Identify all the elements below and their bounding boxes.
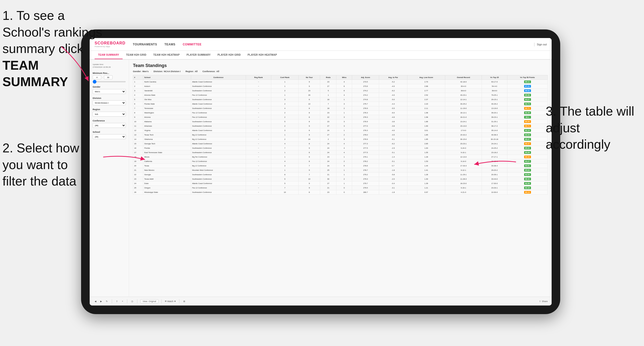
cell-school: Oregon	[143, 186, 191, 190]
cell-no-tour: 9	[298, 124, 320, 128]
cell-no-tour: 8	[298, 151, 320, 155]
cell-school: Virginia	[143, 128, 191, 133]
region-filter-label: Region:	[186, 70, 194, 73]
cell-rank: 5	[133, 97, 143, 102]
cell-rnds: 7	[320, 102, 336, 106]
cell-rank: 10	[133, 120, 143, 124]
cell-vs25: 23-33-1	[482, 186, 507, 190]
cell-conference: Southeastern Conference	[191, 146, 246, 151]
cell-overall: 18-23-0	[445, 181, 482, 186]
division-filter: Division NCAA Division I	[93, 97, 126, 105]
cell-points: 80.94	[508, 120, 548, 124]
table-row: 6 Florida State Atlantic Coast Conferenc…	[133, 102, 548, 106]
cell-rnds: 23	[320, 190, 336, 195]
cell-wins: 0	[336, 190, 352, 195]
cell-adj-score: 276.9	[352, 106, 379, 111]
share-button[interactable]: ⇧ Share	[539, 300, 548, 303]
sub-nav-player-summary[interactable]: PLAYER SUMMARY	[183, 51, 214, 59]
cell-adj-score: 279.3	[352, 177, 379, 181]
cell-adj-score: 277.5	[352, 146, 379, 151]
cell-school: California	[143, 159, 191, 164]
cell-no-tour: 8	[298, 115, 320, 120]
table-row: 10 Alabama Southeastern Conference ~ 5 8…	[133, 120, 548, 124]
view-original-button[interactable]: View: Original	[140, 299, 158, 303]
cell-no-tour: 9	[298, 155, 320, 159]
cell-reg-rank: ~	[246, 111, 271, 115]
add-btn[interactable]: +	[121, 300, 124, 303]
sub-nav-team-h2h-heatmap[interactable]: TEAM H2H HEATMAP	[150, 51, 183, 59]
cell-overall: 15-32-2	[445, 133, 482, 137]
cell-wins: 1	[336, 111, 352, 115]
cell-conf-rank: 10	[271, 190, 298, 195]
cell-conf-rank: 2	[271, 115, 298, 120]
sub-nav: TEAM SUMMARY TEAM H2H GRID TEAM H2H HEAT…	[90, 51, 552, 60]
sub-nav-team-h2h-grid[interactable]: TEAM H2H GRID	[122, 51, 150, 59]
cell-rank: 17	[133, 151, 143, 155]
cell-no-tour: 10	[298, 102, 320, 106]
cell-rnds: 23	[320, 120, 336, 124]
cell-points: 82.18	[508, 186, 548, 190]
cell-no-tour: 6	[298, 97, 320, 102]
back-btn[interactable]: ◀	[94, 300, 97, 303]
cell-reg-rank: ~	[246, 164, 271, 168]
cell-reg-rank: ~	[246, 102, 271, 106]
cell-conference: Pac-12 Conference	[191, 111, 246, 115]
cell-reg-rank: ~	[246, 159, 271, 164]
cell-avg-par: -5.0	[379, 97, 407, 102]
cell-avg-low: 2.52	[407, 93, 445, 97]
nav-tournaments[interactable]: TOURNAMENTS	[133, 42, 157, 47]
cell-adj-score: 276.9	[352, 137, 379, 142]
cell-no-tour: 9	[298, 80, 320, 84]
tablet-frame: SCOREBOARD Powered by clippi TOURNAMENTS…	[81, 29, 560, 314]
cell-vs25: 38-6-0	[482, 89, 507, 93]
region-select[interactable]: N/A	[93, 112, 126, 117]
cell-vs25: 40-38-3	[482, 133, 507, 137]
cell-rank: 9	[133, 115, 143, 120]
table-row: 8 Washington Pac-12 Conference ~ 2 8 23 …	[133, 111, 548, 115]
grid-icon[interactable]: ⊞	[182, 300, 186, 303]
cell-no-tour: 10	[298, 177, 320, 181]
cell-reg-rank: ~	[246, 155, 271, 159]
tablet-screen: SCOREBOARD Powered by clippi TOURNAMENTS…	[90, 38, 552, 306]
division-select[interactable]: NCAA Division I	[93, 100, 126, 105]
cell-reg-rank: ~	[246, 115, 271, 120]
conference-select[interactable]: (All)	[93, 123, 126, 128]
cell-rnds: 27	[320, 181, 336, 186]
cell-overall: 9-24-0	[445, 146, 482, 151]
forward-btn[interactable]: ▶	[99, 300, 103, 303]
cell-avg-par: -0.4	[379, 181, 407, 186]
cell-avg-par: -1.8	[379, 168, 407, 173]
cell-no-tour: 8	[298, 111, 320, 115]
cell-avg-par: -5.2	[379, 80, 407, 84]
nav-bar: SCOREBOARD Powered by clippi TOURNAMENTS…	[90, 38, 552, 51]
watch-button[interactable]: 👁 Watch ▼	[164, 300, 176, 303]
cell-points: 83.27	[508, 97, 548, 102]
school-select[interactable]: (All)	[93, 134, 126, 139]
cell-conference: Big 12 Conference	[191, 133, 246, 137]
cell-avg-par: -5.1	[379, 159, 407, 164]
share-small-btn[interactable]: ⇧	[115, 300, 119, 303]
cell-wins: 1	[336, 173, 352, 177]
sign-out-link[interactable]: Sign out	[537, 43, 547, 46]
conference-filter: Conference (All)	[93, 120, 126, 128]
cell-points: 80.13	[508, 190, 548, 195]
school-label: School	[93, 131, 126, 133]
standings-table: # School Conference Reg Rank Conf Rank N…	[133, 75, 548, 195]
cell-wins: 3	[336, 120, 352, 124]
cell-avg-low: 1.53	[407, 159, 445, 164]
cell-school: Texas	[143, 164, 191, 168]
cell-overall: 30-4-0	[445, 84, 482, 89]
sub-nav-player-h2h-grid[interactable]: PLAYER H2H GRID	[214, 51, 244, 59]
cell-reg-rank: ~	[246, 137, 271, 142]
nav-committee[interactable]: COMMITTEE	[183, 42, 202, 47]
cell-overall: 23-13-0	[445, 124, 482, 128]
cell-avg-low: 1.44	[407, 164, 445, 168]
clock-btn[interactable]: ◷	[130, 300, 134, 303]
sub-nav-player-h2h-heatmap[interactable]: PLAYER H2H HEATMAP	[244, 51, 280, 59]
cell-rnds: 24	[320, 128, 336, 133]
nav-teams[interactable]: TEAMS	[164, 42, 176, 47]
cell-rnds: 24	[320, 142, 336, 146]
cell-rank: 18	[133, 155, 143, 159]
cell-avg-low: 1.85	[407, 137, 445, 142]
refresh-btn[interactable]: ↻	[105, 300, 109, 303]
